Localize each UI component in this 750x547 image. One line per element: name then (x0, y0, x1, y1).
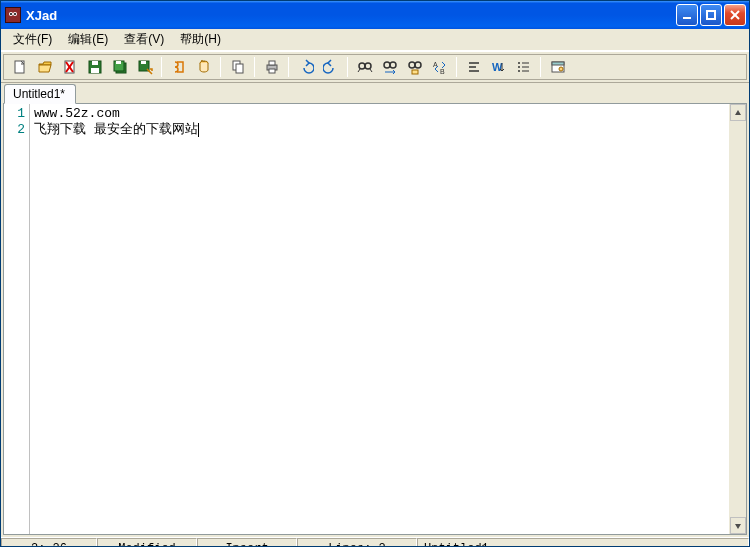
minimize-button[interactable] (676, 4, 698, 26)
svg-point-26 (359, 63, 365, 69)
align-button[interactable] (462, 56, 485, 78)
svg-point-43 (518, 70, 520, 72)
title-bar: XJad (1, 1, 749, 29)
svg-rect-22 (236, 64, 243, 73)
svg-point-32 (409, 62, 415, 68)
svg-point-33 (415, 62, 421, 68)
svg-point-41 (518, 62, 520, 64)
new-file-button[interactable] (8, 56, 31, 78)
svg-rect-13 (92, 61, 98, 65)
decompile-jar-button[interactable] (192, 56, 215, 78)
svg-point-30 (384, 62, 390, 68)
find-button[interactable] (353, 56, 376, 78)
tab-bar: Untitled1* (1, 83, 749, 103)
svg-line-29 (370, 69, 372, 72)
svg-marker-51 (735, 524, 741, 529)
svg-point-27 (365, 63, 371, 69)
status-modified: Modified (97, 538, 197, 547)
toolbar-separator (288, 57, 289, 77)
svg-rect-25 (269, 69, 275, 73)
line-gutter: 1 2 (4, 104, 30, 534)
maximize-button[interactable] (700, 4, 722, 26)
toolbar: AB W (3, 54, 747, 80)
scroll-down-button[interactable] (730, 517, 746, 534)
line-number: 2 (4, 122, 25, 138)
save-as-button[interactable] (133, 56, 156, 78)
text-caret (198, 123, 199, 137)
window-title: XJad (26, 8, 676, 23)
svg-point-49 (559, 67, 563, 71)
status-insert-mode: Insert (197, 538, 297, 547)
svg-rect-14 (91, 68, 99, 73)
svg-rect-17 (116, 61, 121, 64)
copy-button[interactable] (226, 56, 249, 78)
line-number: 1 (4, 106, 25, 122)
menu-bar: 文件(F) 编辑(E) 查看(V) 帮助(H) (1, 29, 749, 51)
menu-view[interactable]: 查看(V) (116, 29, 172, 50)
status-line-count: Lines: 2 (297, 538, 417, 547)
svg-marker-50 (735, 110, 741, 115)
svg-point-42 (518, 66, 520, 68)
redo-button[interactable] (319, 56, 342, 78)
status-cursor-position: 2: 26 (1, 538, 97, 547)
svg-text:B: B (440, 68, 445, 75)
close-button[interactable] (724, 4, 746, 26)
toolbar-separator (161, 57, 162, 77)
toolbar-separator (540, 57, 541, 77)
toolbar-separator (220, 57, 221, 77)
menu-file[interactable]: 文件(F) (5, 29, 60, 50)
svg-rect-19 (141, 61, 146, 64)
find-next-button[interactable] (378, 56, 401, 78)
save-button[interactable] (83, 56, 106, 78)
delete-button[interactable] (58, 56, 81, 78)
status-bar: 2: 26 Modified Insert Lines: 2 Untitled1 (1, 537, 749, 547)
svg-point-3 (14, 13, 16, 15)
svg-rect-5 (707, 11, 715, 19)
toolbar-container: AB W (1, 51, 749, 83)
undo-button[interactable] (294, 56, 317, 78)
menu-edit[interactable]: 编辑(E) (60, 29, 116, 50)
code-line: 飞翔下载 最安全的下载网站 (34, 122, 729, 138)
scroll-up-button[interactable] (730, 104, 746, 121)
find-class-button[interactable] (403, 56, 426, 78)
menu-help[interactable]: 帮助(H) (172, 29, 229, 50)
decompile-class-button[interactable] (167, 56, 190, 78)
options-button[interactable] (546, 56, 569, 78)
svg-rect-48 (552, 62, 564, 65)
print-button[interactable] (260, 56, 283, 78)
list-button[interactable] (512, 56, 535, 78)
svg-point-2 (10, 13, 12, 15)
svg-rect-24 (269, 61, 275, 65)
toolbar-separator (347, 57, 348, 77)
toolbar-separator (254, 57, 255, 77)
replace-button[interactable]: AB (428, 56, 451, 78)
svg-rect-34 (412, 70, 418, 74)
code-area[interactable]: www.52z.com 飞翔下载 最安全的下载网站 (30, 104, 729, 534)
svg-point-31 (390, 62, 396, 68)
app-icon (5, 7, 21, 23)
tab-untitled1[interactable]: Untitled1* (4, 84, 76, 104)
save-all-button[interactable] (108, 56, 131, 78)
code-line: www.52z.com (34, 106, 729, 122)
svg-line-28 (358, 69, 360, 72)
svg-text:W: W (492, 61, 503, 73)
editor: 1 2 www.52z.com 飞翔下载 最安全的下载网站 (3, 103, 747, 535)
toolbar-separator (456, 57, 457, 77)
open-button[interactable] (33, 56, 56, 78)
wrap-button[interactable]: W (487, 56, 510, 78)
vertical-scrollbar[interactable] (729, 104, 746, 534)
status-file-name: Untitled1 (417, 538, 749, 547)
